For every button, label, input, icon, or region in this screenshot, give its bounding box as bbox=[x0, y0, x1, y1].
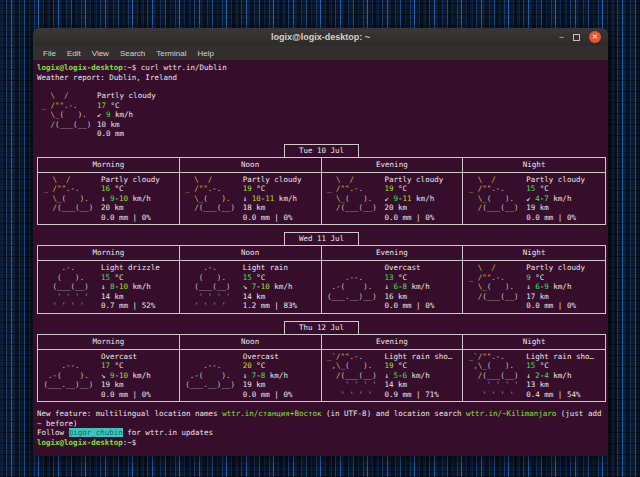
footer-line-1: New feature: multilingual location names… bbox=[37, 409, 606, 419]
rain-icon: .-. ( ). (___(__) ' ' ' ' ' ' ' ' bbox=[39, 263, 99, 311]
titlebar[interactable]: logix@logix-desktop: ~ − ✕ bbox=[33, 28, 608, 46]
period-header-noon: Noon bbox=[180, 335, 322, 350]
date-tab: Thu 12 Jul bbox=[284, 321, 359, 335]
final-prompt-line: logix@logix-desktop:~$ bbox=[37, 438, 606, 448]
command-text: curl wttr.in/Dublin bbox=[136, 63, 226, 72]
partly-cloudy-icon: \ / _ /"".-. \_( ). /(___(__) bbox=[181, 175, 241, 223]
period-header-night: Night bbox=[463, 335, 605, 350]
period-header-noon: Noon bbox=[180, 158, 322, 173]
current-conditions: \ / _ /"".-. \_( ). /(___(__) Partly clo… bbox=[37, 91, 606, 139]
location-link-1: wttr.in/станция+Восток bbox=[222, 409, 321, 418]
forecast-cell-evening: \ / _ /"".-. \_( ). /(___(__) Partly clo… bbox=[322, 173, 464, 225]
forecast-cell-morning: \ / _ /"".-. \_( ). /(___(__) Partly clo… bbox=[38, 173, 180, 225]
prompt: logix@logix-desktop bbox=[37, 63, 123, 72]
period-header-noon: Noon bbox=[180, 246, 322, 261]
menu-view[interactable]: View bbox=[87, 49, 114, 58]
period-header-morning: Morning bbox=[38, 158, 180, 173]
forecast-cell-noon: \ / _ /"".-. \_( ). /(___(__) Partly clo… bbox=[180, 173, 322, 225]
menu-help[interactable]: Help bbox=[192, 49, 218, 58]
location-link-2: wttr.in/~Kilimanjaro bbox=[466, 409, 556, 418]
prompt-tail: :~$ bbox=[123, 63, 137, 72]
report-title: Weather report: Dublin, Ireland bbox=[37, 73, 606, 83]
forecast-cell-night: \ / _ /"".-. \_( ). /(___(__) Partly clo… bbox=[463, 173, 605, 225]
maximize-button[interactable] bbox=[573, 34, 580, 41]
partly-cloudy-icon: \ / _ /"".-. \_( ). /(___(__) bbox=[323, 175, 383, 223]
forecast-cell-night: \ / _ /"".-. \_( ). /(___(__) Partly clo… bbox=[463, 261, 605, 313]
command-line: logix@logix-desktop:~$ curl wttr.in/Dubl… bbox=[37, 63, 606, 73]
current-visibility: 10 km bbox=[97, 120, 156, 130]
forecast-cell-morning: .--. .-( ). (___.__)__) Overcast17 °C↘ 9… bbox=[38, 350, 180, 402]
period-header-evening: Evening bbox=[322, 158, 464, 173]
overcast-icon: .--. .-( ). (___.__)__) bbox=[39, 352, 99, 400]
forecast-cell-evening: .--. .-( ). (___.__)__) Overcast13 °C↓ 6… bbox=[322, 261, 464, 313]
wind-arrow-icon: ↙ bbox=[97, 110, 106, 119]
follow-line: Follow @igor_chubin for wttr.in updates bbox=[37, 428, 606, 438]
period-header-morning: Morning bbox=[38, 335, 180, 350]
period-header-evening: Evening bbox=[322, 335, 464, 350]
menu-bar: File Edit View Search Terminal Help bbox=[33, 46, 608, 60]
partly-cloudy-icon: \ / _ /"".-. \_( ). /(___(__) bbox=[464, 175, 524, 223]
date-tab: Tue 10 Jul bbox=[284, 144, 359, 158]
period-header-morning: Morning bbox=[38, 246, 180, 261]
period-header-night: Night bbox=[463, 158, 605, 173]
forecast-tables: Tue 10 JulMorningNoonEveningNight \ / _ … bbox=[37, 144, 606, 403]
terminal-screen[interactable]: logix@logix-desktop:~$ curl wttr.in/Dubl… bbox=[33, 60, 608, 456]
period-header-evening: Evening bbox=[322, 246, 464, 261]
forecast-cell-noon: .--. .-( ). (___.__)__) Overcast20 °C↓ 7… bbox=[180, 350, 322, 402]
forecast-cell-evening: _`/"".-. ,\_( ). /(___(__) ' ' ' ' ' ' '… bbox=[322, 350, 464, 402]
window-controls: − ✕ bbox=[559, 28, 601, 46]
date-tab: Wed 11 Jul bbox=[284, 232, 359, 246]
forecast-table: Wed 11 JulMorningNoonEveningNight .-. ( … bbox=[37, 232, 606, 314]
forecast-cell-morning: .-. ( ). (___(__) ' ' ' ' ' ' ' ' Light … bbox=[38, 261, 180, 313]
twitter-handle: @igor_chubin bbox=[69, 428, 123, 437]
period-header-night: Night bbox=[463, 246, 605, 261]
menu-search[interactable]: Search bbox=[115, 49, 150, 58]
current-desc: Partly cloudy bbox=[97, 91, 156, 101]
partly-cloudy-icon: \ / _ /"".-. \_( ). /(___(__) bbox=[464, 263, 524, 311]
forecast-cell-night: _`/"".-. ,\_( ). /(___(__) ' ' ' ' ' ' '… bbox=[463, 350, 605, 402]
overcast-icon: .--. .-( ). (___.__)__) bbox=[181, 352, 241, 400]
partly-cloudy-icon: \ / _ /"".-. \_( ). /(___(__) bbox=[37, 91, 97, 139]
forecast-table: Thu 12 JulMorningNoonEveningNight .--. .… bbox=[37, 321, 606, 403]
rain-icon: .-. ( ). (___(__) ' ' ' ' ' ' ' ' bbox=[181, 263, 241, 311]
desktop: { "colors": { "green": "#3fe04c", "lime"… bbox=[0, 0, 640, 477]
menu-file[interactable]: File bbox=[38, 49, 61, 58]
rain-shower-icon: _`/"".-. ,\_( ). /(___(__) ' ' ' ' ' ' '… bbox=[464, 352, 524, 400]
prompt: logix@logix-desktop bbox=[37, 438, 123, 447]
menu-edit[interactable]: Edit bbox=[62, 49, 86, 58]
window-title: logix@logix-desktop: ~ bbox=[271, 32, 370, 42]
partly-cloudy-icon: \ / _ /"".-. \_( ). /(___(__) bbox=[39, 175, 99, 223]
minimize-button[interactable]: − bbox=[559, 33, 564, 42]
forecast-cell-noon: .-. ( ). (___(__) ' ' ' ' ' ' ' ' Light … bbox=[180, 261, 322, 313]
terminal-window: logix@logix-desktop: ~ − ✕ File Edit Vie… bbox=[33, 28, 608, 456]
current-precip: 0.0 mm bbox=[97, 129, 156, 139]
close-button[interactable]: ✕ bbox=[589, 31, 601, 43]
forecast-table: Tue 10 JulMorningNoonEveningNight \ / _ … bbox=[37, 144, 606, 226]
current-temp: 17 bbox=[97, 101, 106, 110]
rain-shower-icon: _`/"".-. ,\_( ). /(___(__) ' ' ' ' ' ' '… bbox=[323, 352, 383, 400]
menu-terminal[interactable]: Terminal bbox=[151, 49, 191, 58]
overcast-icon: .--. .-( ). (___.__)__) bbox=[323, 263, 383, 311]
footer-line-2: ~ before) bbox=[37, 419, 606, 429]
current-info: Partly cloudy 17 °C ↙ 9 km/h 10 km 0.0 m… bbox=[97, 91, 156, 139]
